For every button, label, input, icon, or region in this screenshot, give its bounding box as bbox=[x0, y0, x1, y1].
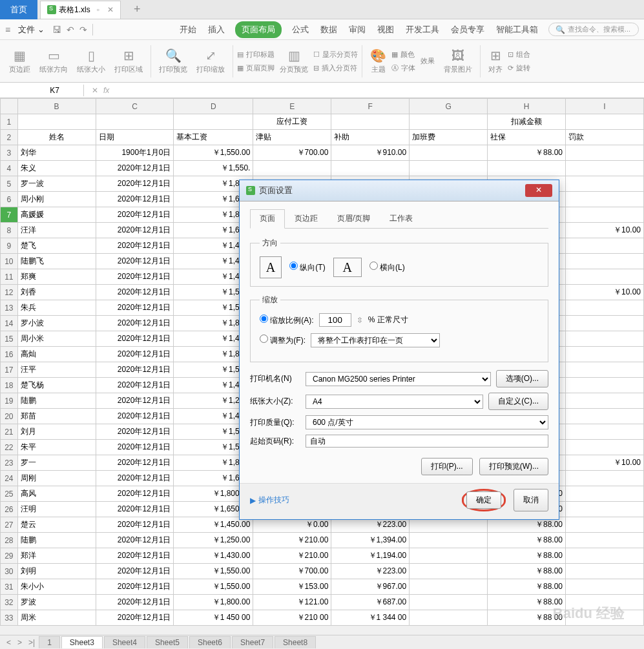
print-preview-button[interactable]: 打印预览(W)... bbox=[479, 458, 548, 475]
group-button[interactable]: ⊡组合 bbox=[508, 50, 530, 59]
cell[interactable] bbox=[331, 114, 410, 130]
font-button[interactable]: Ⓐ字体 bbox=[391, 63, 415, 73]
cell[interactable]: 2020年12月1日 bbox=[96, 502, 174, 517]
spinner-icon[interactable]: ⇳ bbox=[357, 316, 363, 325]
cell[interactable]: ￥121.00 bbox=[253, 595, 331, 610]
cell[interactable] bbox=[410, 145, 488, 161]
sheet-tab[interactable]: Sheet8 bbox=[275, 636, 316, 648]
scale-value-input[interactable] bbox=[319, 313, 351, 327]
cell[interactable]: ￥210 00 bbox=[253, 610, 331, 626]
cell[interactable] bbox=[566, 610, 644, 626]
row-header[interactable]: 13 bbox=[1, 300, 18, 316]
dialog-titlebar[interactable]: 页面设置 ✕ bbox=[240, 180, 559, 201]
menu-5[interactable]: 审阅 bbox=[348, 21, 367, 38]
startpage-input[interactable] bbox=[306, 435, 548, 448]
cell[interactable]: ￥1,394.00 bbox=[331, 533, 410, 548]
row-header[interactable]: 10 bbox=[1, 254, 18, 269]
cell[interactable] bbox=[253, 161, 331, 176]
col-header[interactable]: I bbox=[566, 99, 644, 114]
cell[interactable]: 2020年12月1日 bbox=[96, 517, 174, 533]
cell[interactable] bbox=[410, 161, 488, 176]
close-button[interactable]: ✕ bbox=[525, 184, 552, 197]
sheet-tab[interactable]: 1 bbox=[39, 636, 60, 648]
landscape-radio[interactable]: 横向(L) bbox=[369, 262, 405, 273]
cell[interactable]: 2020年12月1日 bbox=[96, 471, 174, 486]
cell[interactable] bbox=[566, 362, 644, 378]
cell[interactable]: ￥88.00 bbox=[488, 548, 566, 564]
cell[interactable]: 郑爽 bbox=[17, 269, 96, 285]
cell[interactable]: 楚飞杨 bbox=[17, 378, 96, 393]
print-scale-button[interactable]: ⤢打印缩放 bbox=[192, 46, 229, 76]
dialog-tab[interactable]: 工作表 bbox=[380, 209, 422, 228]
cell[interactable]: 朱小小 bbox=[17, 579, 96, 595]
cell[interactable]: 周米 bbox=[17, 610, 96, 626]
cell[interactable]: ￥88 00 bbox=[488, 610, 566, 626]
row-header[interactable]: 23 bbox=[1, 455, 18, 471]
row-header[interactable]: 9 bbox=[1, 238, 18, 254]
cell[interactable]: 陆鹏飞 bbox=[17, 254, 96, 269]
cell[interactable]: 2020年12月1日 bbox=[96, 192, 174, 207]
quality-select[interactable]: 600 点/英寸 bbox=[306, 415, 548, 429]
dialog-tab[interactable]: 页眉/页脚 bbox=[327, 209, 380, 228]
cell[interactable]: ￥88.00 bbox=[488, 564, 566, 579]
cell[interactable]: ￥967.00 bbox=[331, 579, 410, 595]
row-header[interactable]: 32 bbox=[1, 595, 18, 610]
cell[interactable]: 2020年12月1日 bbox=[96, 409, 174, 424]
cell[interactable]: ￥700.00 bbox=[253, 564, 331, 579]
sheet-next-icon[interactable]: > bbox=[15, 638, 25, 647]
cell[interactable] bbox=[566, 440, 644, 455]
cell[interactable]: 2020年12月1日 bbox=[96, 440, 174, 455]
cell[interactable]: ￥1,550.00 bbox=[174, 564, 253, 579]
cell[interactable]: 应付工资 bbox=[253, 114, 331, 130]
cell[interactable]: ￥1 450 00 bbox=[174, 610, 253, 626]
portrait-radio[interactable]: 纵向(T) bbox=[289, 262, 326, 273]
row-header[interactable]: 27 bbox=[1, 517, 18, 533]
ok-button[interactable]: 确定 bbox=[466, 491, 501, 509]
cell[interactable]: ￥1,250.00 bbox=[174, 533, 253, 548]
cell[interactable] bbox=[566, 471, 644, 486]
col-header[interactable]: G bbox=[410, 99, 488, 114]
fit-to-radio[interactable]: 调整为(F): bbox=[260, 335, 306, 346]
cell[interactable]: 2020年12月1日 bbox=[96, 223, 174, 238]
cell[interactable] bbox=[566, 347, 644, 362]
cell[interactable]: 罗小波 bbox=[17, 316, 96, 331]
paper-select[interactable]: A4 bbox=[306, 395, 483, 409]
cell[interactable] bbox=[566, 393, 644, 409]
rotate-button[interactable]: ⟳旋转 bbox=[508, 63, 530, 73]
cell[interactable]: 周刚 bbox=[17, 471, 96, 486]
cell[interactable]: 日期 bbox=[96, 130, 174, 145]
cell[interactable]: 社保 bbox=[488, 130, 566, 145]
cell[interactable]: 汪平 bbox=[17, 362, 96, 378]
cell[interactable] bbox=[566, 207, 644, 223]
color-button[interactable]: ▦颜色 bbox=[391, 50, 415, 59]
cell[interactable]: 高媛媛 bbox=[17, 207, 96, 223]
cell[interactable]: 郑洋 bbox=[17, 548, 96, 564]
sheet-tab[interactable]: Sheet7 bbox=[232, 636, 273, 648]
tips-link[interactable]: ▶操作技巧 bbox=[250, 495, 289, 506]
cell[interactable] bbox=[410, 564, 488, 579]
fit-to-select[interactable]: 将整个工作表打印在一页 bbox=[311, 333, 440, 347]
cell[interactable]: 2020年12月1日 bbox=[96, 455, 174, 471]
cell[interactable]: ￥88.00 bbox=[488, 145, 566, 161]
orientation-button[interactable]: ▭纸张方向 bbox=[36, 46, 72, 76]
menu-1[interactable]: 插入 bbox=[207, 21, 226, 38]
search-box[interactable]: 🔍 查找命令、搜索模... bbox=[548, 23, 639, 36]
cell[interactable]: 2020年12月1日 bbox=[96, 610, 174, 626]
cell[interactable]: ￥910.00 bbox=[331, 145, 410, 161]
cell[interactable]: 刘华 bbox=[17, 145, 96, 161]
cell[interactable] bbox=[566, 517, 644, 533]
cancel-fx-icon[interactable]: ✕ bbox=[92, 86, 98, 95]
cell[interactable] bbox=[566, 378, 644, 393]
cell[interactable]: 周小刚 bbox=[17, 192, 96, 207]
row-header[interactable]: 20 bbox=[1, 409, 18, 424]
save-icon[interactable]: 🖫 bbox=[52, 25, 61, 35]
row-header[interactable]: 6 bbox=[1, 192, 18, 207]
cell[interactable]: 基本工资 bbox=[174, 130, 253, 145]
menu-8[interactable]: 会员专享 bbox=[450, 21, 486, 38]
print-preview-button[interactable]: 🔍打印预览 bbox=[155, 46, 191, 76]
insert-pagebreak-button[interactable]: ⊟插入分页符 bbox=[313, 63, 358, 73]
cell[interactable]: 2020年12月1日 bbox=[96, 238, 174, 254]
row-header[interactable]: 29 bbox=[1, 548, 18, 564]
cell[interactable]: 朱平 bbox=[17, 440, 96, 455]
cell[interactable]: ￥10.00 bbox=[566, 285, 644, 300]
